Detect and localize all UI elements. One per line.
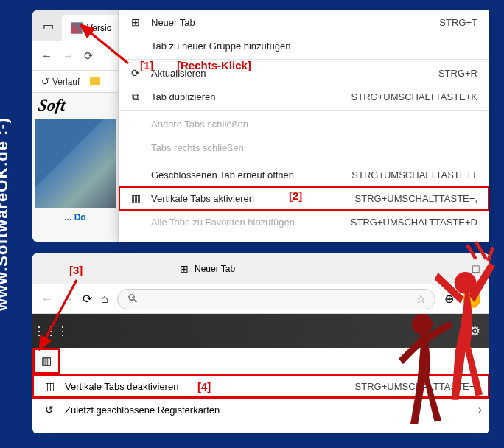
bookmark-label: Verlauf — [52, 77, 80, 87]
forward-button: → — [63, 49, 74, 62]
menu-separator — [119, 59, 489, 60]
search-icon: 🔍︎ — [127, 293, 139, 306]
menu-add-to-group[interactable]: Tab zu neuer Gruppe hinzufügen — [119, 34, 489, 57]
folder-icon — [90, 77, 100, 85]
refresh-icon: ⟳ — [127, 67, 144, 79]
reload-button[interactable]: ⟳ — [83, 292, 92, 306]
s2-tab-title: Neuer Tab — [195, 264, 235, 274]
history-icon: ↺ — [41, 76, 49, 87]
bookmark-verlauf[interactable]: ↺ Verlauf — [41, 76, 80, 87]
menu-close-right: Tabs rechts schließen — [119, 136, 489, 159]
desktop-thumbnail — [35, 119, 116, 208]
arrow-3 — [32, 277, 83, 354]
vertical-tabs-icon: ▥ — [41, 380, 57, 392]
history-icon: ↺ — [41, 404, 57, 416]
menu-reopen-closed[interactable]: Geschlossenen Tab erneut öffnen STRG+UMS… — [119, 163, 489, 186]
download-link[interactable]: ... Do — [32, 212, 118, 223]
duplicate-icon: ⧉ — [127, 91, 144, 103]
mascot-characters — [386, 221, 497, 427]
menu-separator — [119, 161, 489, 161]
vertical-tabs-icon: ▥ — [127, 192, 144, 204]
back-button[interactable]: ← — [41, 49, 52, 62]
new-tab-icon: ⊞ — [180, 263, 189, 275]
tab-actions-button[interactable]: ▭ — [37, 15, 59, 37]
bookmark-folder[interactable] — [90, 77, 100, 85]
watermark-sidebar: www.SoftwareOK.de :-) — [0, 117, 12, 311]
svg-line-0 — [81, 25, 128, 63]
site-logo-text: Soft — [37, 96, 118, 115]
menu-vertical-tabs-enable[interactable]: ▥ Vertikale Tabs aktivieren STRG+UMSCHAL… — [119, 186, 489, 210]
tab-context-menu: ⊞ Neuer Tab STRG+T Tab zu neuer Gruppe h… — [118, 10, 489, 242]
new-tab-icon: ⊞ — [127, 16, 144, 28]
menu-new-tab[interactable]: ⊞ Neuer Tab STRG+T — [119, 10, 489, 34]
svg-line-1 — [40, 280, 77, 349]
menu-separator — [119, 110, 489, 111]
home-button[interactable]: ⌂ — [101, 293, 108, 306]
menu-close-others: Andere Tabs schließen — [119, 112, 489, 136]
collections-icon: ⊕ — [127, 239, 144, 242]
page-content: Soft ... Do — [32, 93, 118, 225]
menu-duplicate[interactable]: ⧉ Tab duplizieren STRG+UMSCHALTTASTE+K — [119, 85, 489, 108]
arrow-1 — [77, 21, 130, 66]
menu-refresh[interactable]: ⟳ Aktualisieren STRG+R — [119, 61, 489, 85]
